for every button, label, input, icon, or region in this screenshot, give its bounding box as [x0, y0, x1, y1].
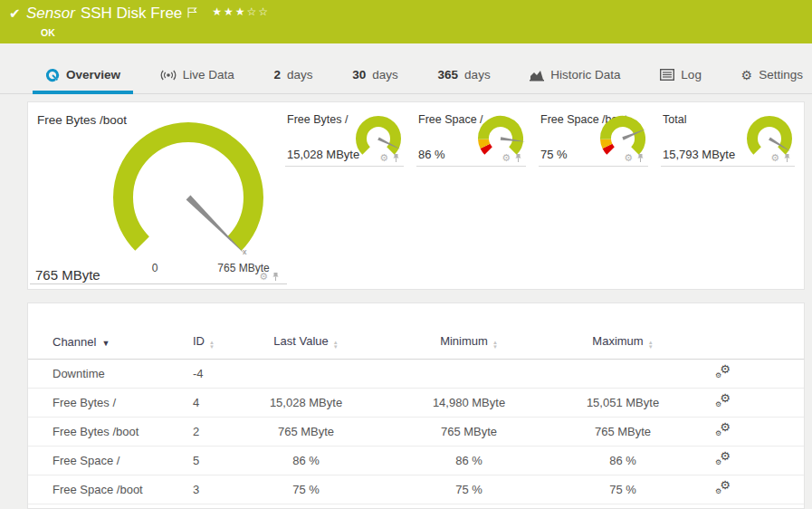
- gauge-dial: [102, 111, 274, 283]
- channel-name[interactable]: Free Space /: [28, 447, 193, 475]
- channel-name[interactable]: Free Bytes /boot: [28, 418, 193, 447]
- channel-settings-icon[interactable]: ⚙⚙: [716, 365, 731, 379]
- gauge-card-total: Total 15,793 MByte ⚙: [657, 102, 804, 289]
- tab-label: Log: [681, 68, 702, 82]
- gauge-value: 75 %: [540, 148, 568, 161]
- gauge-title: Free Bytes /: [287, 113, 348, 126]
- divider: [661, 166, 795, 167]
- pin-icon[interactable]: [636, 153, 645, 163]
- tab-overview[interactable]: Overview: [45, 56, 120, 93]
- column-header-maximum[interactable]: Maximum▲▼: [573, 329, 673, 360]
- channel-settings-icon[interactable]: ⚙⚙: [716, 394, 731, 408]
- tab-label: days: [372, 68, 398, 82]
- table-row: Total -1 15,793 MByte < 0.01 MByte 15,81…: [28, 504, 804, 509]
- column-header-minimum[interactable]: Minimum▲▼: [365, 329, 573, 360]
- channel-maximum: 75 %: [573, 475, 673, 504]
- tab-number: 2: [274, 68, 282, 82]
- gauge-value: 15,028 MByte: [287, 148, 359, 161]
- channel-name[interactable]: Total: [28, 504, 193, 509]
- tab-365-days[interactable]: 365days: [438, 56, 491, 93]
- column-header-last-value[interactable]: Last Value▲▼: [247, 329, 365, 360]
- star-icon[interactable]: ★: [212, 5, 224, 18]
- gear-icon[interactable]: ⚙: [502, 153, 511, 163]
- gear-icon[interactable]: ⚙: [379, 153, 388, 163]
- channel-id: 2: [193, 418, 247, 447]
- channel-maximum: 15,051 MByte: [573, 389, 673, 418]
- tab-label: Overview: [66, 68, 120, 82]
- gear-icon[interactable]: ⚙: [624, 153, 633, 163]
- column-header-actions: [673, 329, 804, 360]
- tab-2-days[interactable]: 2days: [274, 56, 313, 93]
- pin-icon[interactable]: [272, 272, 280, 282]
- channel-name[interactable]: Free Space /boot: [28, 475, 193, 504]
- divider: [285, 166, 404, 167]
- tab-log[interactable]: Log: [660, 56, 702, 93]
- divider: [30, 283, 287, 284]
- status-check-icon: ✔: [9, 5, 21, 22]
- gear-icon[interactable]: ⚙: [770, 153, 779, 163]
- sort-icon: ▲▼: [209, 341, 215, 350]
- star-icon[interactable]: ☆: [247, 5, 259, 18]
- tab-label: Settings: [759, 68, 803, 82]
- sensor-title: SSH Disk Free: [81, 5, 182, 23]
- star-icon[interactable]: ★: [235, 5, 247, 18]
- table-header-row: Channel▼ID▲▼Last Value▲▼Minimum▲▼Maximum…: [28, 329, 804, 360]
- pin-icon[interactable]: [392, 153, 400, 163]
- tab-historic-data[interactable]: Historic Data: [530, 56, 620, 93]
- gauge-value: 15,793 MByte: [663, 148, 735, 161]
- sort-icon: ▲▼: [333, 341, 339, 350]
- gauge-card-free-space-boot: Free Space /boot 75 % ⚙: [535, 102, 657, 289]
- star-icon[interactable]: ★: [224, 5, 235, 18]
- gauge-value: 765 MByte: [35, 267, 100, 283]
- tab-bar: OverviewLive Data2days30days365daysHisto…: [0, 56, 812, 94]
- tab-label: Live Data: [183, 68, 234, 82]
- priority-stars[interactable]: ★★★☆☆: [212, 5, 270, 18]
- gauge-card-free-bytes: Free Bytes / 15,028 MByte ⚙: [282, 102, 413, 289]
- gauges-panel: Free Bytes /boot x 0 765 MByte 765 MByte…: [27, 101, 805, 290]
- channels-panel: Channel▼ID▲▼Last Value▲▼Minimum▲▼Maximum…: [27, 303, 805, 509]
- sort-icon: ▲▼: [648, 341, 654, 350]
- channel-name[interactable]: Free Bytes /: [28, 389, 193, 418]
- channel-name[interactable]: Downtime: [28, 360, 193, 389]
- tab-label: days: [287, 68, 313, 82]
- channel-last-value: 75 %: [247, 475, 365, 504]
- sensor-title-row: Sensor SSH Disk Free ★★★☆☆: [26, 5, 270, 23]
- channel-settings-icon[interactable]: ⚙⚙: [716, 481, 731, 495]
- table-row: Free Space / 5 86 % 86 % 86 % ⚙⚙: [28, 447, 804, 475]
- channel-minimum: < 0.01 MByte: [365, 504, 573, 509]
- flag-icon[interactable]: [187, 5, 197, 22]
- tab-30-days[interactable]: 30days: [352, 56, 398, 93]
- sensor-kind-label: Sensor: [26, 5, 75, 23]
- star-icon[interactable]: ☆: [258, 5, 270, 18]
- divider: [539, 166, 648, 167]
- channel-minimum: 14,980 MByte: [365, 389, 573, 418]
- pin-icon[interactable]: [783, 153, 791, 163]
- sort-desc-icon: ▼: [101, 339, 110, 348]
- tab-number: 30: [352, 68, 366, 82]
- channel-id: 5: [193, 447, 247, 475]
- channel-id: 4: [193, 389, 247, 418]
- log-icon: [660, 69, 674, 81]
- channel-last-value: 86 %: [247, 447, 365, 475]
- tab-live-data[interactable]: Live Data: [160, 56, 234, 93]
- channel-settings-icon[interactable]: ⚙⚙: [716, 423, 731, 437]
- channel-id: -1: [193, 504, 247, 509]
- gauge-scale-min: 0: [141, 262, 168, 274]
- tab-settings[interactable]: ⚙Settings: [741, 56, 803, 93]
- gauge-actions: ⚙: [770, 153, 791, 163]
- gauge-actions: ⚙: [624, 153, 645, 163]
- gauge-title: Total: [663, 113, 686, 126]
- channel-settings-icon[interactable]: ⚙⚙: [716, 452, 731, 466]
- column-header-id[interactable]: ID▲▼: [193, 329, 247, 360]
- channel-minimum: 765 MByte: [365, 418, 573, 447]
- gauge-value: 86 %: [418, 148, 445, 161]
- channel-maximum: 86 %: [573, 447, 673, 475]
- needle-tip-marker: x: [243, 247, 247, 256]
- divider: [416, 166, 526, 167]
- channel-maximum: [573, 360, 673, 389]
- channel-last-value: 765 MByte: [247, 418, 365, 447]
- channel-minimum: 86 %: [365, 447, 573, 475]
- gear-icon[interactable]: ⚙: [259, 272, 268, 282]
- column-header-channel[interactable]: Channel▼: [28, 329, 193, 360]
- pin-icon[interactable]: [514, 153, 522, 163]
